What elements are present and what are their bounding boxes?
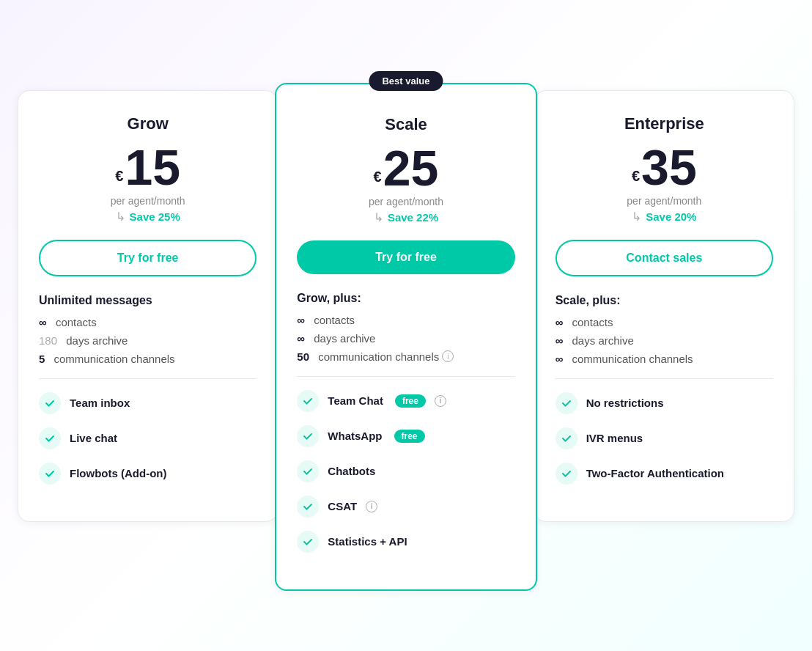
feature-prefix-enterprise-0: ∞	[556, 316, 564, 328]
info-icon-check-scale-0[interactable]: i	[435, 395, 446, 407]
check-label-scale-0: Team Chat	[328, 394, 383, 407]
save-arrow-icon-enterprise: ↳	[632, 210, 641, 224]
feature-prefix-scale-2: 50	[297, 350, 309, 363]
check-list-grow: Team inbox Live chat Flowbots (Add-on)	[39, 392, 256, 485]
basic-feature-enterprise-2: ∞ communication channels	[556, 353, 773, 365]
basic-feature-scale-2: 50 communication channelsi	[297, 350, 514, 363]
check-icon-grow-2	[45, 468, 55, 479]
check-item-enterprise-1: IVR menus	[556, 427, 773, 449]
check-item-grow-1: Live chat	[39, 427, 256, 449]
pricing-container: Grow € 15 per agent/month ↳ Save 25% Try…	[18, 68, 794, 584]
feature-prefix-grow-0: ∞	[39, 316, 47, 328]
plan-name-scale: Scale	[297, 115, 514, 134]
feature-text-enterprise-0: contacts	[572, 316, 613, 328]
basic-feature-grow-2: 5 communication channels	[39, 353, 256, 365]
feature-prefix-enterprise-2: ∞	[556, 353, 564, 365]
save-text-grow: Save 25%	[130, 210, 180, 223]
check-item-enterprise-0: No restrictions	[556, 392, 773, 414]
save-row-enterprise: ↳ Save 20%	[556, 210, 773, 224]
cta-button-scale[interactable]: Try for free	[297, 240, 514, 274]
check-icon-scale-0	[303, 396, 313, 406]
section-title-enterprise: Scale, plus:	[556, 294, 773, 307]
check-list-enterprise: No restrictions IVR menus Two-Factor Aut…	[556, 392, 773, 485]
features-section-scale: Grow, plus:∞ contacts∞ days archive50 co…	[297, 292, 514, 363]
basic-feature-grow-0: ∞ contacts	[39, 316, 256, 328]
plan-name-enterprise: Enterprise	[556, 114, 773, 133]
check-item-enterprise-2: Two-Factor Authentication	[556, 463, 773, 485]
feature-text-grow-1: days archive	[66, 334, 128, 347]
check-item-scale-0: Team Chatfreei	[297, 390, 514, 412]
feature-prefix-scale-0: ∞	[297, 314, 305, 326]
check-icon-enterprise-2	[561, 468, 572, 479]
check-circle-grow-1	[39, 427, 61, 449]
check-circle-scale-0	[297, 390, 319, 412]
features-section-grow: Unlimited messages∞ contacts180 days arc…	[39, 294, 256, 365]
features-section-enterprise: Scale, plus:∞ contacts∞ days archive∞ co…	[556, 294, 773, 365]
check-item-scale-4: Statistics + API	[297, 531, 514, 553]
check-label-enterprise-2: Two-Factor Authentication	[586, 467, 724, 479]
check-icon-grow-1	[45, 433, 55, 444]
feature-prefix-enterprise-1: ∞	[556, 334, 564, 347]
save-row-grow: ↳ Save 25%	[39, 210, 256, 224]
info-icon-check-scale-3[interactable]: i	[366, 501, 377, 512]
check-icon-enterprise-1	[561, 433, 572, 444]
price-amount-grow: 15	[125, 142, 180, 192]
check-circle-enterprise-2	[556, 463, 577, 485]
check-item-scale-1: WhatsAppfree	[297, 425, 514, 447]
price-amount-scale: 25	[383, 143, 439, 193]
check-label-enterprise-1: IVR menus	[586, 432, 643, 444]
plan-name-grow: Grow	[39, 114, 256, 133]
badge-scale-1: free	[394, 430, 425, 443]
check-label-enterprise-0: No restrictions	[586, 397, 664, 409]
check-item-scale-3: CSATi	[297, 496, 514, 518]
feature-text-scale-0: contacts	[314, 314, 355, 326]
best-value-badge: Best value	[369, 71, 443, 91]
price-amount-enterprise: 35	[641, 142, 697, 192]
check-icon-scale-4	[303, 537, 313, 547]
check-circle-scale-1	[297, 425, 319, 447]
cta-button-enterprise[interactable]: Contact sales	[556, 240, 773, 276]
currency-scale: €	[374, 169, 382, 185]
basic-feature-grow-1: 180 days archive	[39, 334, 256, 347]
basic-feature-enterprise-1: ∞ days archive	[556, 334, 773, 347]
per-agent-enterprise: per agent/month	[556, 195, 773, 207]
check-label-scale-3: CSAT	[328, 500, 357, 512]
check-circle-grow-0	[39, 392, 61, 414]
price-row-grow: € 15	[39, 142, 256, 192]
check-item-grow-2: Flowbots (Add-on)	[39, 463, 256, 485]
save-text-scale: Save 22%	[388, 211, 438, 224]
save-text-enterprise: Save 20%	[646, 210, 696, 223]
currency-grow: €	[115, 168, 123, 185]
price-row-scale: € 25	[297, 143, 514, 193]
check-icon-scale-2	[303, 466, 313, 477]
save-row-scale: ↳ Save 22%	[297, 210, 514, 224]
per-agent-scale: per agent/month	[297, 196, 514, 207]
check-label-grow-1: Live chat	[70, 432, 117, 444]
feature-text-scale-2: communication channels	[318, 350, 439, 363]
badge-scale-0: free	[395, 394, 426, 408]
basic-feature-enterprise-0: ∞ contacts	[556, 316, 773, 328]
check-label-grow-0: Team inbox	[70, 397, 130, 409]
feature-prefix-grow-2: 5	[39, 353, 45, 365]
check-circle-scale-3	[297, 496, 319, 518]
basic-feature-scale-1: ∞ days archive	[297, 332, 514, 345]
check-icon-enterprise-0	[561, 398, 572, 408]
price-row-enterprise: € 35	[556, 142, 773, 192]
cta-button-grow[interactable]: Try for free	[39, 240, 256, 276]
currency-enterprise: €	[632, 168, 640, 185]
feature-text-grow-0: contacts	[56, 316, 97, 328]
divider-enterprise	[556, 378, 773, 379]
feature-text-grow-2: communication channels	[54, 353, 175, 365]
info-icon-scale-2[interactable]: i	[442, 350, 454, 362]
feature-text-scale-1: days archive	[314, 332, 375, 345]
check-circle-scale-2	[297, 460, 319, 482]
divider-grow	[39, 378, 256, 379]
basic-feature-scale-0: ∞ contacts	[297, 314, 514, 326]
save-arrow-icon-grow: ↳	[116, 210, 125, 224]
save-arrow-icon-scale: ↳	[374, 210, 383, 224]
check-circle-scale-4	[297, 531, 319, 553]
check-list-scale: Team Chatfreei WhatsAppfree Chatbots CSA…	[297, 390, 514, 553]
section-title-grow: Unlimited messages	[39, 294, 256, 307]
check-circle-grow-2	[39, 463, 61, 485]
check-icon-scale-3	[303, 501, 313, 512]
